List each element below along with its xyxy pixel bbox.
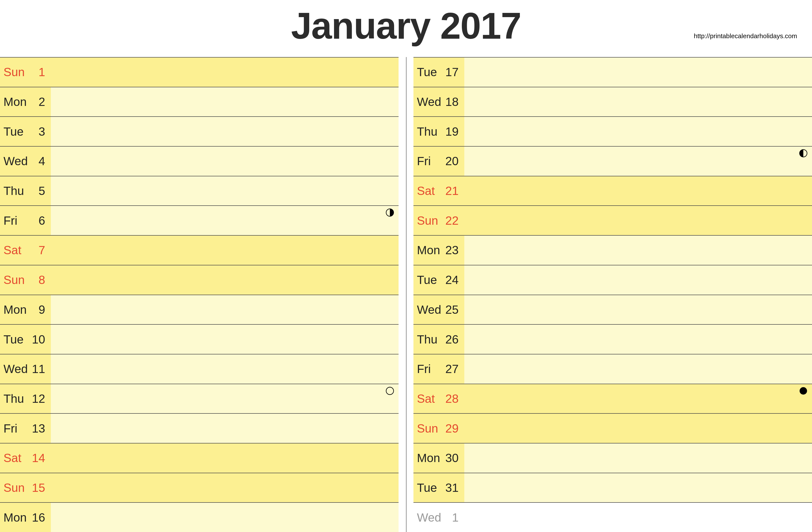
calendar-row: Sat21 (414, 176, 812, 206)
note-area (51, 443, 398, 473)
day-of-week: Tue (417, 65, 444, 79)
moon-phase-last-quarter-icon (799, 149, 808, 158)
note-area (51, 414, 398, 443)
note-area (464, 87, 812, 117)
day-number: 6 (31, 214, 45, 227)
note-area (51, 473, 398, 502)
day-of-week: Sat (3, 451, 31, 465)
date-cell: Mon23 (414, 236, 464, 265)
date-cell: Tue3 (0, 117, 51, 146)
date-cell: Fri6 (0, 206, 51, 235)
date-cell: Mon2 (0, 87, 51, 117)
day-of-week: Wed (3, 362, 31, 376)
date-cell: Tue31 (414, 473, 464, 502)
note-area (51, 325, 398, 354)
calendar-row: Sun29 (414, 413, 812, 443)
moon-phase-first-quarter-icon (386, 208, 394, 217)
day-number: 7 (31, 243, 45, 257)
note-area (51, 117, 398, 146)
calendar-row: Sat14 (0, 443, 398, 473)
day-number: 10 (31, 332, 45, 346)
calendar-row: Tue10 (0, 324, 398, 354)
calendar-row: Sat28 (414, 384, 812, 413)
day-number: 20 (444, 154, 459, 168)
day-number: 1 (444, 511, 459, 524)
day-of-week: Sun (417, 422, 444, 435)
day-number: 21 (444, 184, 459, 198)
note-area (51, 147, 398, 176)
note-area (464, 443, 812, 473)
calendar-column-left: Sun1Mon2Tue3Wed4Thu5Fri6Sat7Sun8Mon9Tue1… (0, 57, 406, 532)
note-area (51, 176, 398, 206)
calendar-row: Sat7 (0, 235, 398, 265)
note-area (51, 87, 398, 117)
day-number: 28 (444, 392, 459, 405)
calendar-row: Tue3 (0, 116, 398, 146)
date-cell: Thu19 (414, 117, 464, 146)
date-cell: Mon9 (0, 295, 51, 324)
date-cell: Thu5 (0, 176, 51, 206)
date-cell: Sun15 (0, 473, 51, 502)
note-area (464, 473, 812, 502)
day-of-week: Sun (417, 214, 444, 227)
date-cell: Sat14 (0, 443, 51, 473)
calendar-header: January 2017 http://printablecalendarhol… (0, 0, 812, 57)
day-of-week: Mon (417, 451, 444, 465)
calendar-row: Sun22 (414, 205, 812, 235)
svg-point-3 (800, 387, 807, 395)
date-cell: Sun29 (414, 414, 464, 443)
day-of-week: Fri (3, 422, 31, 435)
calendar-row: Fri20 (414, 146, 812, 176)
calendar-row: Mon9 (0, 295, 398, 324)
note-area (464, 384, 812, 413)
day-of-week: Mon (3, 511, 31, 524)
day-of-week: Wed (3, 154, 31, 168)
day-of-week: Fri (417, 362, 444, 376)
calendar-row: Wed4 (0, 146, 398, 176)
date-cell: Sun1 (0, 58, 51, 87)
day-of-week: Tue (3, 332, 31, 346)
date-cell: Thu26 (414, 325, 464, 354)
day-of-week: Sun (3, 481, 31, 494)
calendar-row: Tue31 (414, 473, 812, 502)
calendar-row: Wed18 (414, 87, 812, 117)
day-of-week: Sun (3, 273, 31, 287)
day-of-week: Wed (417, 95, 444, 109)
day-of-week: Sat (3, 243, 31, 257)
date-cell: Thu12 (0, 384, 51, 413)
date-cell: Wed11 (0, 354, 51, 384)
day-number: 23 (444, 243, 459, 257)
day-number: 1 (31, 65, 45, 79)
note-area (51, 265, 398, 295)
day-of-week: Tue (3, 125, 31, 138)
date-cell: Wed4 (0, 147, 51, 176)
note-area (464, 265, 812, 295)
day-number: 25 (444, 303, 459, 316)
day-number: 26 (444, 332, 459, 346)
page-title: January 2017 (0, 4, 812, 47)
date-cell: Tue17 (414, 58, 464, 87)
date-cell: Wed18 (414, 87, 464, 117)
day-number: 8 (31, 273, 45, 287)
date-cell: Fri27 (414, 354, 464, 384)
day-of-week: Wed (417, 303, 444, 316)
day-number: 16 (31, 511, 45, 524)
day-of-week: Fri (417, 154, 444, 168)
day-of-week: Mon (3, 95, 31, 109)
day-of-week: Thu (417, 125, 444, 138)
day-of-week: Tue (417, 481, 444, 494)
day-number: 31 (444, 481, 459, 494)
day-of-week: Thu (3, 392, 31, 405)
moon-phase-full-icon (386, 387, 394, 395)
date-cell: Sat21 (414, 176, 464, 206)
calendar-row: Wed1 (414, 502, 812, 532)
day-number: 24 (444, 273, 459, 287)
day-of-week: Tue (417, 273, 444, 287)
calendar-row: Sun1 (0, 57, 398, 87)
calendar-column-right: Tue17Wed18Thu19Fri20Sat21Sun22Mon23Tue24… (406, 57, 812, 532)
day-number: 9 (31, 303, 45, 316)
calendar-row: Sun8 (0, 265, 398, 295)
source-url: http://printablecalendarholidays.com (694, 32, 797, 40)
date-cell: Fri13 (0, 414, 51, 443)
day-of-week: Mon (417, 243, 444, 257)
